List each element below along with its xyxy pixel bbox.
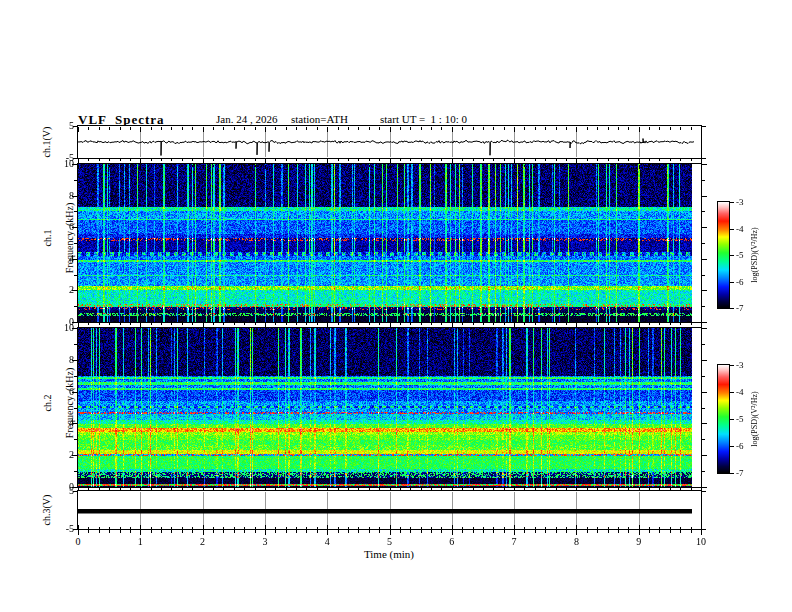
axis-tick bbox=[182, 127, 183, 130]
axis-tick bbox=[410, 127, 411, 130]
axis-tick bbox=[140, 530, 141, 535]
axis-tick bbox=[234, 165, 235, 167]
axis-tick bbox=[421, 159, 422, 161]
axis-tick bbox=[483, 530, 484, 533]
axis-tick bbox=[379, 488, 380, 491]
axis-tick bbox=[317, 323, 318, 325]
axis-tick bbox=[701, 323, 702, 327]
axis-tick bbox=[421, 530, 422, 533]
axis-tick bbox=[628, 127, 629, 130]
time-tick-label: 4 bbox=[317, 536, 337, 547]
axis-tick bbox=[618, 323, 619, 325]
axis-tick bbox=[639, 525, 640, 529]
axis-tick bbox=[265, 530, 266, 535]
axis-tick bbox=[182, 527, 183, 529]
freq-tick-label: 4 bbox=[50, 253, 74, 264]
axis-tick bbox=[223, 527, 224, 529]
axis-tick bbox=[566, 165, 567, 167]
colorbar-tick-label: -6 bbox=[736, 441, 756, 451]
axis-tick bbox=[161, 527, 162, 529]
axis-tick bbox=[255, 323, 256, 325]
axis-tick bbox=[680, 323, 681, 325]
axis-tick bbox=[702, 259, 707, 260]
axis-tick bbox=[151, 530, 152, 533]
axis-tick bbox=[99, 323, 100, 325]
axis-tick bbox=[296, 527, 297, 529]
axis-tick bbox=[649, 127, 650, 130]
axis-tick bbox=[702, 491, 706, 492]
axis-tick bbox=[702, 344, 705, 345]
axis-tick bbox=[306, 488, 307, 491]
axis-tick bbox=[286, 323, 287, 325]
axis-tick bbox=[730, 282, 734, 283]
axis-tick bbox=[535, 165, 536, 167]
axis-tick bbox=[109, 530, 110, 533]
freq-tick-label: 10 bbox=[50, 322, 74, 333]
axis-tick bbox=[88, 159, 89, 161]
time-tick-label: 8 bbox=[566, 536, 586, 547]
axis-tick bbox=[639, 488, 640, 491]
axis-tick bbox=[702, 275, 705, 276]
time-tick-label: 5 bbox=[380, 536, 400, 547]
axis-tick bbox=[74, 376, 77, 377]
axis-tick bbox=[691, 527, 692, 529]
axis-tick bbox=[109, 527, 110, 529]
spec1-axis-label: ch.1 Frequency (kHz) bbox=[31, 198, 55, 288]
axis-tick bbox=[203, 525, 204, 529]
axis-tick bbox=[452, 165, 453, 169]
axis-tick bbox=[462, 127, 463, 130]
axis-tick bbox=[120, 488, 121, 491]
axis-tick bbox=[702, 376, 705, 377]
axis-tick bbox=[244, 323, 245, 325]
axis-tick bbox=[618, 159, 619, 161]
time-tick-label: 0 bbox=[68, 536, 88, 547]
axis-tick bbox=[680, 530, 681, 533]
axis-tick bbox=[473, 488, 474, 491]
axis-tick bbox=[504, 165, 505, 167]
axis-tick bbox=[78, 488, 79, 491]
freq-tick-label: 8 bbox=[50, 190, 74, 201]
axis-tick bbox=[649, 488, 650, 491]
axis-tick bbox=[628, 488, 629, 491]
axis-tick bbox=[317, 530, 318, 533]
axis-tick bbox=[348, 159, 349, 161]
axis-tick bbox=[702, 529, 706, 530]
axis-tick bbox=[88, 323, 89, 325]
axis-tick bbox=[286, 527, 287, 529]
axis-tick bbox=[462, 527, 463, 529]
axis-tick bbox=[670, 127, 671, 130]
axis-tick bbox=[524, 530, 525, 533]
axis-tick bbox=[74, 275, 77, 276]
axis-tick bbox=[452, 488, 453, 491]
axis-tick bbox=[358, 165, 359, 167]
axis-tick bbox=[161, 159, 162, 161]
axis-tick bbox=[192, 127, 193, 130]
axis-tick bbox=[234, 527, 235, 529]
axis-tick bbox=[410, 159, 411, 161]
axis-tick bbox=[702, 455, 707, 456]
axis-tick bbox=[514, 159, 515, 163]
axis-tick bbox=[410, 165, 411, 167]
axis-tick bbox=[545, 527, 546, 529]
time-tick-label: 9 bbox=[629, 536, 649, 547]
axis-tick bbox=[691, 165, 692, 167]
axis-tick bbox=[441, 165, 442, 167]
axis-tick bbox=[504, 488, 505, 491]
axis-tick bbox=[213, 488, 214, 491]
axis-tick bbox=[691, 323, 692, 325]
axis-tick bbox=[182, 323, 183, 325]
axis-tick bbox=[338, 488, 339, 491]
axis-tick bbox=[327, 159, 328, 163]
axis-tick bbox=[74, 344, 77, 345]
axis-tick bbox=[109, 165, 110, 167]
axis-tick bbox=[493, 127, 494, 130]
header-station: station=ATH bbox=[291, 113, 348, 125]
axis-tick bbox=[358, 527, 359, 529]
axis-tick bbox=[649, 527, 650, 529]
axis-tick bbox=[493, 165, 494, 167]
axis-tick bbox=[255, 488, 256, 491]
axis-tick bbox=[680, 165, 681, 167]
axis-tick bbox=[400, 488, 401, 491]
axis-tick bbox=[462, 530, 463, 533]
axis-tick bbox=[286, 165, 287, 167]
